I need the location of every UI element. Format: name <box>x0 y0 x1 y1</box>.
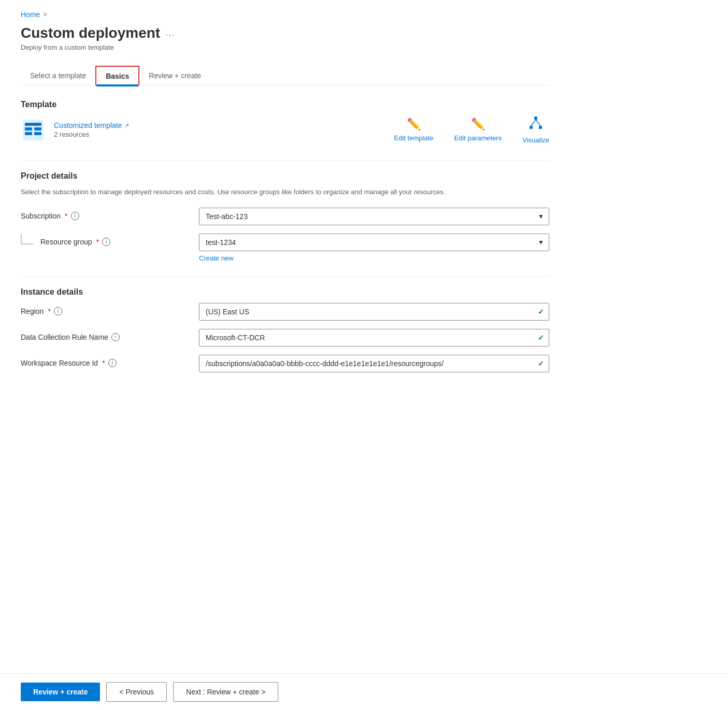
region-required: * <box>48 307 50 315</box>
workspace-select[interactable]: /subscriptions/a0a0a0a0-bbbb-cccc-dddd-e… <box>199 355 549 372</box>
subscription-row: Subscription * i Test-abc-123 ▼ <box>21 208 549 225</box>
template-link[interactable]: Customized template ↗ <box>54 121 129 129</box>
page-subtitle: Deploy from a custom template <box>21 44 549 51</box>
region-select[interactable]: (US) East US <box>199 303 549 321</box>
svg-rect-8 <box>539 126 542 129</box>
edit-parameters-icon: ✏️ <box>471 118 485 131</box>
dcr-label: Data Collection Rule Name <box>21 333 108 341</box>
project-description: Select the subscription to manage deploy… <box>21 187 549 197</box>
tab-basics[interactable]: Basics <box>95 66 139 85</box>
breadcrumb-home[interactable]: Home <box>21 10 40 19</box>
subscription-select[interactable]: Test-abc-123 <box>199 208 549 225</box>
workspace-select-wrapper: /subscriptions/a0a0a0a0-bbbb-cccc-dddd-e… <box>199 355 549 372</box>
breadcrumb: Home > <box>21 10 549 19</box>
region-row: Region * i (US) East US ✓ <box>21 303 549 321</box>
svg-rect-4 <box>25 132 32 135</box>
subscription-info-icon: i <box>71 212 79 220</box>
resource-group-info-icon: i <box>102 238 110 246</box>
template-resources: 2 resources <box>54 131 129 138</box>
region-control-col: (US) East US ✓ <box>199 303 549 321</box>
dcr-label-col: Data Collection Rule Name i <box>21 329 187 341</box>
region-label: Region <box>21 307 44 315</box>
template-icon <box>21 118 46 142</box>
resource-group-control-col: test-1234 ▼ Create new <box>199 234 549 262</box>
workspace-row: Workspace Resource Id * i /subscriptions… <box>21 355 549 372</box>
resource-group-select-wrapper: test-1234 ▼ <box>199 234 549 251</box>
project-details-title: Project details <box>21 171 549 181</box>
subscription-label-col: Subscription * i <box>21 208 187 220</box>
resource-group-label-col: Resource group * i <box>21 234 187 246</box>
dcr-select-wrapper: Microsoft-CT-DCR ✓ <box>199 329 549 346</box>
edit-parameters-label: Edit parameters <box>454 134 502 142</box>
visualize-label: Visualize <box>522 136 549 144</box>
svg-rect-3 <box>34 127 41 131</box>
workspace-control-col: /subscriptions/a0a0a0a0-bbbb-cccc-dddd-e… <box>199 355 549 372</box>
instance-details-section: Instance details Region * i (US) East US… <box>21 287 549 372</box>
svg-rect-1 <box>25 123 41 126</box>
subscription-label: Subscription <box>21 212 61 220</box>
visualize-button[interactable]: Visualize <box>522 115 549 144</box>
workspace-label-col: Workspace Resource Id * i <box>21 355 187 367</box>
dcr-row: Data Collection Rule Name i Microsoft-CT… <box>21 329 549 346</box>
dcr-info-icon: i <box>111 333 120 341</box>
section-divider-2 <box>21 277 549 277</box>
previous-button[interactable]: < Previous <box>106 682 167 702</box>
svg-line-10 <box>536 120 540 126</box>
section-divider-1 <box>21 161 549 161</box>
page-title: Custom deployment <box>21 25 160 41</box>
visualize-icon <box>529 115 543 133</box>
template-section-title: Template <box>21 100 549 109</box>
svg-line-9 <box>531 120 536 126</box>
template-info-row: Customized template ↗ 2 resources ✏️ Edi… <box>21 115 549 144</box>
instance-details-title: Instance details <box>21 287 549 297</box>
dcr-control-col: Microsoft-CT-DCR ✓ <box>199 329 549 346</box>
subscription-required: * <box>65 212 67 220</box>
svg-rect-7 <box>530 126 533 129</box>
dcr-select[interactable]: Microsoft-CT-DCR <box>199 329 549 346</box>
edit-template-label: Edit template <box>394 134 434 142</box>
svg-rect-2 <box>25 127 32 131</box>
resource-group-required: * <box>96 238 99 246</box>
tab-review-create[interactable]: Review + create <box>139 66 210 85</box>
svg-rect-5 <box>34 132 41 135</box>
resource-group-select[interactable]: test-1234 <box>199 234 549 251</box>
create-new-link[interactable]: Create new <box>199 254 233 262</box>
svg-rect-6 <box>534 117 537 120</box>
tab-active-indicator <box>96 84 138 85</box>
edit-parameters-button[interactable]: ✏️ Edit parameters <box>454 118 502 142</box>
page-title-row: Custom deployment ... <box>21 25 549 41</box>
region-label-col: Region * i <box>21 303 187 315</box>
next-button[interactable]: Next : Review + create > <box>173 682 278 702</box>
resource-group-label: Resource group <box>40 238 92 246</box>
tab-select-template[interactable]: Select a template <box>21 66 95 85</box>
review-create-footer-button[interactable]: Review + create <box>21 683 100 701</box>
tab-bar: Select a template Basics Review + create <box>21 66 549 85</box>
edit-template-icon: ✏️ <box>407 118 421 131</box>
page-title-ellipsis: ... <box>165 28 175 38</box>
resource-group-row: Resource group * i test-1234 ▼ Create ne… <box>21 234 549 262</box>
subscription-select-wrapper: Test-abc-123 ▼ <box>199 208 549 225</box>
indent-line <box>21 234 33 244</box>
project-details-section: Project details Select the subscription … <box>21 171 549 262</box>
edit-template-button[interactable]: ✏️ Edit template <box>394 118 434 142</box>
region-select-wrapper: (US) East US ✓ <box>199 303 549 321</box>
region-info-icon: i <box>54 307 62 315</box>
subscription-control-col: Test-abc-123 ▼ <box>199 208 549 225</box>
workspace-info-icon: i <box>108 359 117 367</box>
external-link-icon: ↗ <box>124 122 129 129</box>
template-text: Customized template ↗ 2 resources <box>54 121 129 138</box>
template-section: Template Customized template ↗ <box>21 100 549 144</box>
workspace-label: Workspace Resource Id <box>21 359 98 367</box>
breadcrumb-separator: > <box>43 11 47 18</box>
workspace-required: * <box>102 359 105 367</box>
footer-bar: Review + create < Previous Next : Review… <box>0 673 728 710</box>
template-actions: ✏️ Edit template ✏️ Edit parameters <box>394 115 549 144</box>
template-name: Customized template <box>54 121 122 129</box>
